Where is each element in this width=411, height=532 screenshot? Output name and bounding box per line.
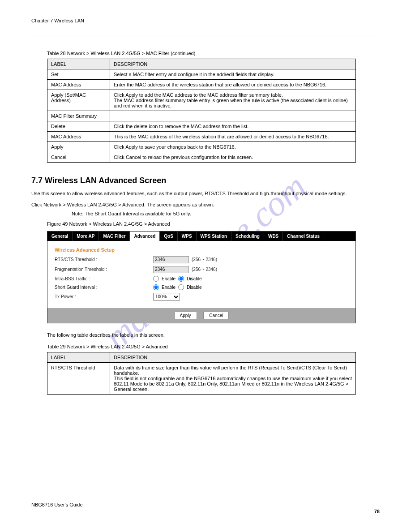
nav-text: Click Network > Wireless LAN 2.4G/5G > A…	[31, 202, 214, 207]
cell-label: MAC Address	[47, 132, 110, 142]
cell-label: Apply	[47, 142, 110, 152]
screenshot-body: Wireless Advanced Setup RTS/CTS Threshol…	[47, 241, 355, 308]
chapter-head: Chapter 7 Wireless LAN	[31, 18, 380, 23]
table2-header-left: LABEL	[47, 352, 110, 363]
tab-mac-filter[interactable]: MAC Filter	[99, 232, 130, 241]
row-frag: Fragmentation Threshold : (256 ~ 2346)	[55, 266, 348, 273]
table-row: MAC AddressEnter the MAC address of the …	[47, 80, 356, 90]
apply-button[interactable]: Apply	[174, 312, 197, 319]
intra-enable-radio[interactable]	[153, 276, 159, 282]
screenshot-title: Wireless Advanced Setup	[55, 247, 348, 253]
tab-wps[interactable]: WPS	[178, 232, 197, 241]
intra-label: Intra-BSS Traffic :	[55, 276, 153, 281]
cell-desc: Click Apply to save your changes back to…	[110, 142, 356, 152]
header-divider	[31, 37, 380, 37]
tab-advanced[interactable]: Advanced	[130, 232, 160, 241]
section-heading: 7.7 Wireless LAN Advanced Screen	[31, 176, 380, 185]
cell-label: MAC Filter Summary	[47, 111, 110, 121]
cell-label: Apply (Set/MAC Address)	[47, 90, 110, 111]
table-row: DeleteClick the delete icon to remove th…	[47, 121, 356, 132]
intra-disable-label: Disable	[187, 276, 201, 281]
cell-desc: This is the MAC address of the wireless …	[110, 132, 356, 142]
cell-desc: Data with its frame size larger than thi…	[110, 363, 356, 395]
row-rts: RTS/CTS Threshold : (256 ~ 2346)	[55, 256, 348, 263]
sgi-label: Short Guard Interval :	[55, 285, 153, 290]
rts-input[interactable]	[153, 256, 189, 263]
tab-general[interactable]: General	[47, 232, 73, 241]
table-row: CancelClick Cancel to reload the previou…	[47, 152, 356, 163]
sgi-disable-radio[interactable]	[178, 284, 184, 290]
tab-wds[interactable]: WDS	[264, 232, 283, 241]
section-note: Note: The Short Guard Interval is availa…	[72, 210, 380, 218]
cell-label: MAC Address	[47, 80, 110, 90]
sgi-disable-label: Disable	[187, 285, 201, 290]
cancel-button[interactable]: Cancel	[203, 312, 229, 319]
footer-page-number: 78	[374, 509, 380, 514]
table1-header-left: LABEL	[47, 59, 110, 69]
row-intra: Intra-BSS Traffic : Enable Disable	[55, 276, 348, 282]
screenshot-panel: General More AP MAC Filter Advanced QoS …	[47, 231, 356, 323]
tab-qos[interactable]: QoS	[160, 232, 178, 241]
tab-wps-station[interactable]: WPS Station	[197, 232, 231, 241]
row-sgi: Short Guard Interval : Enable Disable	[55, 284, 348, 290]
table2-caption: Table 29 Network > Wireless LAN 2.4G/5G …	[47, 344, 380, 349]
cell-desc: Select a MAC filter entry and configure …	[110, 69, 356, 80]
table2-intro: The following table describes the labels…	[47, 331, 380, 339]
table1-header-right: DESCRIPTION	[110, 59, 356, 69]
tab-channel-status[interactable]: Channel Status	[283, 232, 324, 241]
table-row: Apply (Set/MAC Address)Click Apply to ad…	[47, 90, 356, 111]
table-row: MAC AddressThis is the MAC address of th…	[47, 132, 356, 142]
table-row: MAC Filter Summary	[47, 111, 356, 121]
section-nav: Click Network > Wireless LAN 2.4G/5G > A…	[31, 201, 380, 218]
table-row: ApplyClick Apply to save your changes ba…	[47, 142, 356, 152]
tab-more-ap[interactable]: More AP	[73, 232, 99, 241]
cell-desc: Click Apply to add the MAC address to th…	[110, 90, 356, 111]
txpower-select[interactable]: 100%	[153, 293, 180, 301]
rts-range: (256 ~ 2346)	[192, 257, 217, 262]
txpower-label: Tx Power :	[55, 294, 153, 299]
rts-label: RTS/CTS Threshold :	[55, 257, 153, 262]
row-txpower: Tx Power : 100%	[55, 293, 348, 301]
frag-input[interactable]	[153, 266, 189, 273]
intra-disable-radio[interactable]	[178, 276, 184, 282]
button-bar: Apply Cancel	[47, 308, 355, 323]
footer-left: NBG6716 User's Guide	[31, 502, 380, 507]
tab-scheduling[interactable]: Scheduling	[231, 232, 264, 241]
figure-caption: Figure 49 Network > Wireless LAN 2.4G/5G…	[47, 221, 380, 227]
footer-divider	[31, 496, 380, 496]
cell-label: RTS/CTS Threshold	[47, 363, 110, 395]
table1: LABEL DESCRIPTION SetSelect a MAC filter…	[47, 59, 356, 163]
cell-desc: Enter the MAC address of the wireless st…	[110, 80, 356, 90]
frag-label: Fragmentation Threshold :	[55, 267, 153, 272]
table-row: RTS/CTS Threshold Data with its frame si…	[47, 363, 356, 395]
cell-desc: Click Cancel to reload the previous conf…	[110, 152, 356, 163]
sgi-enable-label: Enable	[162, 285, 176, 290]
tab-bar: General More AP MAC Filter Advanced QoS …	[47, 232, 355, 241]
table1-caption: Table 28 Network > Wireless LAN 2.4G/5G …	[47, 51, 380, 56]
section-para: Use this screen to allow wireless advanc…	[31, 190, 380, 197]
cell-desc	[110, 111, 356, 121]
sgi-enable-radio[interactable]	[153, 284, 159, 290]
cell-desc: Click the delete icon to remove the MAC …	[110, 121, 356, 132]
cell-label: Set	[47, 69, 110, 80]
table2: LABEL DESCRIPTION RTS/CTS Threshold Data…	[47, 352, 356, 395]
table2-header-right: DESCRIPTION	[110, 352, 356, 363]
intra-enable-label: Enable	[162, 276, 176, 281]
frag-range: (256 ~ 2346)	[192, 267, 217, 272]
cell-label: Cancel	[47, 152, 110, 163]
table-row: SetSelect a MAC filter entry and configu…	[47, 69, 356, 80]
cell-label: Delete	[47, 121, 110, 132]
